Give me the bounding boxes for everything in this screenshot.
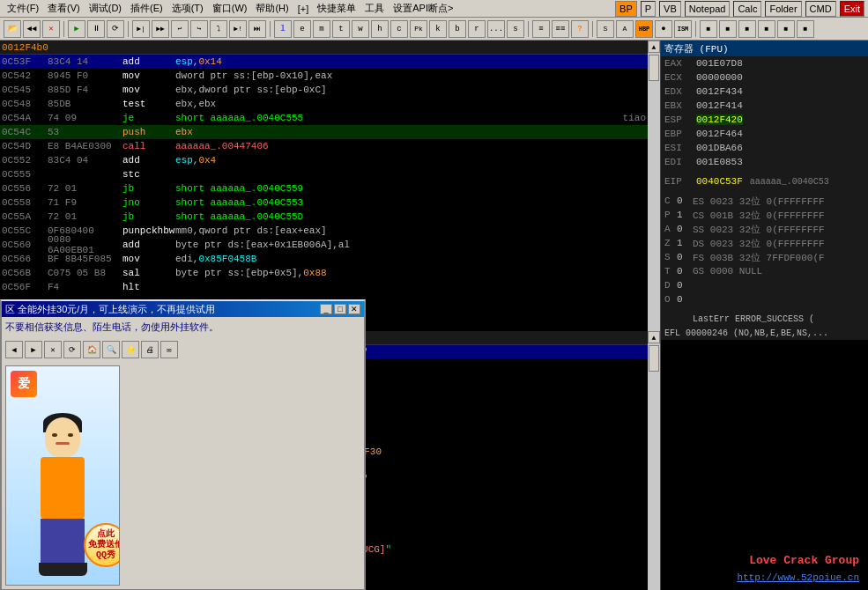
popup-tb-back[interactable]: ◀ [5, 341, 23, 358]
tb-step5[interactable]: ⤵ [210, 20, 227, 38]
popup-tb-home[interactable]: 🏠 [83, 341, 100, 358]
tb-step2[interactable]: ▶▶ [152, 20, 169, 38]
popup-tb-refresh[interactable]: ⟳ [63, 341, 81, 358]
menu-help[interactable]: 帮助(H) [252, 1, 292, 16]
tb-notepad[interactable]: Notepad [685, 1, 731, 17]
tb-rec6[interactable]: ■ [797, 20, 814, 38]
disasm-row[interactable]: 0C54D E8 B4AE0300 call aaaaaa_.00447406 [0, 139, 648, 153]
popup-tb-forward[interactable]: ▶ [25, 341, 42, 358]
reg-eip[interactable]: EIP 0040C53F aaaaaa_.0040C53 [661, 174, 868, 188]
menu-options[interactable]: 选项(T) [168, 1, 207, 16]
popup-tb-print[interactable]: 🖨 [141, 341, 159, 358]
tb-rec3[interactable]: ■ [738, 20, 756, 38]
tb-q[interactable]: ? [571, 20, 589, 38]
tb-folder[interactable]: Folder [765, 1, 801, 17]
reg-ecx[interactable]: ECX 00000000 [661, 70, 868, 85]
tb-k[interactable]: k [429, 20, 447, 38]
menu-api[interactable]: 设置API断点> [389, 1, 456, 16]
tb-step4[interactable]: ↪ [190, 20, 208, 38]
disasm-row[interactable]: 0C560 0080 6A00EB01 add byte ptr ds:[eax… [0, 238, 648, 252]
tb-s[interactable]: s [507, 20, 524, 38]
tb-run[interactable]: ▶ [68, 20, 85, 38]
tb-calc[interactable]: Calc [733, 1, 761, 17]
popup-click-button[interactable]: 点此 免费送他QQ秀 [84, 523, 120, 567]
memory-scrollbar[interactable]: ▲ [648, 331, 660, 590]
reg-ebx[interactable]: EBX 0012F414 [661, 99, 868, 113]
scroll-up[interactable]: ▲ [648, 41, 660, 53]
tb-cmd[interactable]: CMD [805, 1, 836, 17]
tb-t[interactable]: t [332, 20, 350, 38]
disasm-row[interactable]: 0C54A 74 09 je short aaaaaa_.0040C555 ti… [0, 111, 648, 125]
tb-h[interactable]: h [371, 20, 389, 38]
tb-s1[interactable]: S [597, 20, 614, 38]
tb-open[interactable]: 📂 [4, 20, 21, 38]
disasm-row[interactable]: 0C54C 53 push ebx [0, 125, 648, 139]
tb-p[interactable]: P [641, 1, 656, 17]
tb-step3[interactable]: ↩ [171, 20, 189, 38]
popup-maximize[interactable]: □ [334, 304, 346, 314]
popup-tb-stop[interactable]: ✕ [44, 341, 62, 358]
disasm-row[interactable]: 0C558 71 F9 jno short aaaaaa_.0040C553 [0, 195, 648, 210]
disasm-row[interactable]: 0C548 85DB test ebx,ebx [0, 97, 648, 111]
tb-rec5[interactable]: ■ [777, 20, 795, 38]
reg-edx[interactable]: EDX 0012F434 [661, 85, 868, 99]
tb-r[interactable]: r [468, 20, 486, 38]
popup-tb-search[interactable]: 🔍 [102, 341, 120, 358]
disasm-row[interactable]: 0C55A 72 01 jb short aaaaaa_.0040C55D [0, 210, 648, 224]
disasm-row[interactable]: 0C53F 83C4 14 add esp,0x14 [0, 55, 648, 69]
tb-step7[interactable]: ⏭ [249, 20, 266, 38]
tb-step6[interactable]: ▶! [229, 20, 247, 38]
reg-esi[interactable]: ESI 001DBA66 [661, 141, 868, 155]
disasm-row[interactable]: 0C56F F4 hlt [0, 280, 648, 294]
tb-vb[interactable]: VB [659, 1, 681, 17]
tb-dot[interactable]: ● [655, 20, 672, 38]
disasm-scrollbar[interactable]: ▲ [648, 41, 660, 331]
tb-pause[interactable]: ⏸ [87, 20, 105, 38]
mem-scroll-thumb[interactable] [649, 345, 659, 372]
disasm-row[interactable]: 0C56B C075 05 B8 sal byte ptr ss:[ebp+0x… [0, 266, 648, 280]
tb-restart[interactable]: ⟳ [107, 20, 124, 38]
tb-w[interactable]: w [352, 20, 369, 38]
disasm-row[interactable]: 0C552 83C4 04 add esp,0x4 [0, 153, 648, 167]
popup-tb-fav[interactable]: ⭐ [122, 341, 139, 358]
menu-file[interactable]: 文件(F) [4, 1, 42, 16]
tb-l[interactable]: l [274, 20, 292, 38]
tb-rec4[interactable]: ■ [758, 20, 775, 38]
menu-debug[interactable]: 调试(D) [85, 1, 125, 16]
menu-view[interactable]: 查看(V) [44, 1, 84, 16]
disasm-row[interactable]: 0C566 BF 8B45F085 mov edi,0x85F0458B [0, 252, 648, 266]
tb-rec1[interactable]: ■ [700, 20, 717, 38]
mem-scroll-up[interactable]: ▲ [648, 331, 660, 343]
reg-ebp[interactable]: EBP 0012F464 [661, 127, 868, 141]
disasm-row[interactable]: 0C542 8945 F0 mov dword ptr ss:[ebp-0x10… [0, 69, 648, 83]
tb-exit[interactable]: Exit [840, 1, 864, 17]
disasm-row[interactable]: 0C556 72 01 jb short aaaaaa_.0040C559 [0, 181, 648, 195]
tb-hbp[interactable]: HBP [635, 20, 653, 38]
tb-bp[interactable]: BP [615, 1, 637, 17]
tb-m[interactable]: m [313, 20, 330, 38]
menu-plus[interactable]: [+] [294, 3, 313, 15]
scroll-thumb[interactable] [649, 55, 659, 81]
menu-tools[interactable]: 工具 [361, 1, 388, 16]
tb-list2[interactable]: ≡≡ [552, 20, 569, 38]
popup-tb-mail[interactable]: ✉ [160, 341, 178, 358]
tb-rec2[interactable]: ■ [719, 20, 737, 38]
tb-ism[interactable]: ISM [674, 20, 692, 38]
tb-pk[interactable]: Pk [410, 20, 427, 38]
tb-close[interactable]: ✕ [42, 20, 60, 38]
tb-list[interactable]: ≡ [532, 20, 550, 38]
popup-close[interactable]: ✕ [348, 304, 360, 314]
tb-b[interactable]: b [449, 20, 466, 38]
popup-minimize[interactable]: _ [320, 304, 332, 314]
tb-dots[interactable]: ... [487, 20, 505, 38]
tb-s2[interactable]: A [616, 20, 634, 38]
reg-edi[interactable]: EDI 001E0853 [661, 155, 868, 169]
tb-step1[interactable]: ▶| [132, 20, 150, 38]
reg-esp[interactable]: ESP 0012F420 [661, 113, 868, 127]
menu-shortcuts[interactable]: 快捷菜单 [314, 1, 360, 16]
tb-c[interactable]: c [390, 20, 408, 38]
menu-plugins[interactable]: 插件(E) [127, 1, 167, 16]
disasm-row[interactable]: 0C555 stc [0, 167, 648, 181]
tb-back[interactable]: ◀◀ [23, 20, 41, 38]
menu-window[interactable]: 窗口(W) [209, 1, 251, 16]
